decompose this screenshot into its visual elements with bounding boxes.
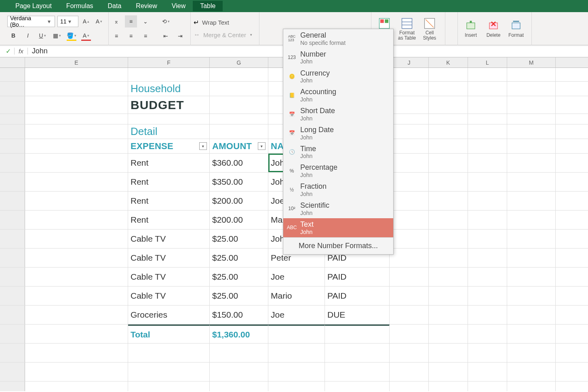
cell[interactable] bbox=[0, 173, 25, 191]
align-top-icon[interactable]: ⌅ bbox=[110, 15, 122, 27]
cell[interactable] bbox=[210, 82, 268, 96]
filter-button[interactable]: ▾ bbox=[258, 142, 266, 150]
cell[interactable] bbox=[210, 344, 268, 362]
cell[interactable] bbox=[468, 96, 507, 114]
cell[interactable] bbox=[0, 344, 25, 362]
cell[interactable] bbox=[429, 362, 468, 381]
format-as-table-button[interactable]: Format as Table bbox=[396, 14, 418, 44]
cell[interactable] bbox=[507, 173, 556, 191]
cell[interactable] bbox=[25, 344, 128, 362]
cell[interactable]: Total bbox=[128, 325, 210, 343]
delete-button[interactable]: Delete bbox=[482, 14, 505, 44]
cell[interactable] bbox=[507, 287, 556, 305]
cell[interactable]: Cable TV bbox=[128, 230, 210, 248]
cell[interactable]: $25.00 bbox=[210, 268, 268, 286]
border-button[interactable]: ▦▾ bbox=[51, 30, 63, 42]
cell[interactable] bbox=[429, 124, 468, 139]
column-header[interactable]: K bbox=[429, 57, 468, 67]
cell[interactable]: PAID bbox=[325, 268, 390, 286]
cell[interactable] bbox=[25, 154, 128, 172]
cell[interactable] bbox=[468, 287, 507, 305]
cell[interactable] bbox=[390, 230, 429, 248]
cell[interactable] bbox=[507, 230, 556, 248]
cell[interactable] bbox=[128, 381, 210, 391]
cell[interactable] bbox=[25, 96, 128, 114]
cell[interactable] bbox=[0, 82, 25, 96]
cell[interactable] bbox=[25, 114, 128, 124]
column-header[interactable]: L bbox=[468, 57, 507, 67]
cell[interactable]: $360.00 bbox=[210, 154, 268, 172]
align-center-icon[interactable]: ≡ bbox=[125, 30, 137, 42]
cell[interactable] bbox=[507, 381, 556, 391]
cell[interactable] bbox=[390, 211, 429, 229]
cell[interactable] bbox=[390, 287, 429, 305]
insert-button[interactable]: Insert bbox=[459, 14, 482, 44]
cell[interactable] bbox=[0, 124, 25, 139]
format-button[interactable]: Format bbox=[505, 14, 527, 44]
cell[interactable]: $350.00 bbox=[210, 173, 268, 191]
underline-button[interactable]: U▾ bbox=[36, 30, 48, 42]
cell[interactable] bbox=[268, 344, 325, 362]
cell[interactable] bbox=[210, 68, 268, 81]
number-format-option[interactable]: ABC123GeneralNo specific format bbox=[283, 29, 393, 48]
cell[interactable] bbox=[25, 249, 128, 267]
cell[interactable] bbox=[507, 325, 556, 343]
cell[interactable]: Rent bbox=[128, 211, 210, 229]
cell[interactable] bbox=[390, 344, 429, 362]
bold-button[interactable]: B bbox=[7, 30, 19, 42]
column-header[interactable]: G bbox=[210, 57, 268, 67]
cell[interactable] bbox=[507, 344, 556, 362]
align-right-icon[interactable]: ≡ bbox=[139, 30, 152, 42]
font-size-combo[interactable]: 11▾ bbox=[57, 16, 78, 27]
cell[interactable] bbox=[25, 211, 128, 229]
cell[interactable] bbox=[468, 362, 507, 381]
orientation-button[interactable]: ⟲▾ bbox=[160, 15, 172, 27]
cell[interactable] bbox=[429, 68, 468, 81]
cell[interactable] bbox=[390, 249, 429, 267]
align-middle-icon[interactable]: ≡ bbox=[125, 15, 137, 27]
cell[interactable] bbox=[468, 82, 507, 96]
cell[interactable] bbox=[325, 381, 390, 391]
cell[interactable] bbox=[429, 230, 468, 248]
cell[interactable] bbox=[210, 96, 268, 114]
cell[interactable]: $1,360.00 bbox=[210, 325, 268, 343]
align-left-icon[interactable]: ≡ bbox=[110, 30, 122, 42]
increase-indent-icon[interactable]: ⇥ bbox=[174, 30, 186, 42]
cell[interactable] bbox=[468, 249, 507, 267]
cell[interactable] bbox=[429, 154, 468, 172]
merge-center-button[interactable]: ↔ Merge & Center ▾ bbox=[192, 30, 255, 40]
cell[interactable]: Rent bbox=[128, 192, 210, 210]
cell[interactable] bbox=[468, 344, 507, 362]
cell[interactable] bbox=[25, 362, 128, 381]
cell[interactable]: Joe bbox=[268, 268, 325, 286]
cell[interactable] bbox=[25, 306, 128, 324]
decrease-indent-icon[interactable]: ⇤ bbox=[160, 30, 172, 42]
cell[interactable] bbox=[128, 362, 210, 381]
cell[interactable]: EXPENSE▾ bbox=[128, 139, 210, 153]
tab-page-layout[interactable]: Page Layout bbox=[8, 1, 59, 11]
cell[interactable]: $25.00 bbox=[210, 287, 268, 305]
cell[interactable] bbox=[390, 68, 429, 81]
cell[interactable]: Cable TV bbox=[128, 268, 210, 286]
cell[interactable] bbox=[210, 124, 268, 139]
cell[interactable]: Rent bbox=[128, 173, 210, 191]
cell[interactable] bbox=[25, 139, 128, 153]
cell[interactable] bbox=[468, 306, 507, 324]
cell[interactable] bbox=[507, 114, 556, 124]
cell[interactable] bbox=[429, 173, 468, 191]
cell[interactable] bbox=[25, 325, 128, 343]
cell-styles-button[interactable]: Cell Styles bbox=[418, 14, 441, 44]
cell[interactable] bbox=[0, 325, 25, 343]
cell[interactable] bbox=[325, 344, 390, 362]
cell[interactable] bbox=[429, 268, 468, 286]
italic-button[interactable]: I bbox=[22, 30, 34, 42]
cell[interactable] bbox=[390, 381, 429, 391]
cell[interactable]: $150.00 bbox=[210, 306, 268, 324]
cell[interactable] bbox=[25, 192, 128, 210]
cell[interactable] bbox=[429, 306, 468, 324]
cell[interactable] bbox=[0, 192, 25, 210]
number-format-option[interactable]: 🪙CurrencyJohn bbox=[283, 67, 393, 86]
tab-review[interactable]: Review bbox=[129, 1, 164, 11]
cell[interactable] bbox=[0, 154, 25, 172]
cell[interactable] bbox=[325, 362, 390, 381]
